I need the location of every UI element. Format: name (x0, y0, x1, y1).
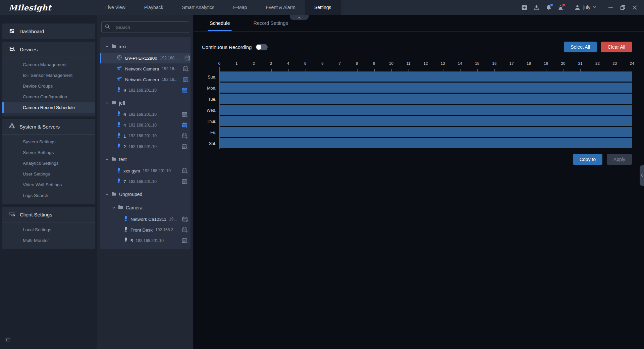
tree-device-2[interactable]: 2192.168.201.10 (100, 141, 191, 152)
sidebar-item-camera-configuration[interactable]: Camera Configuration (2, 92, 95, 102)
chevron-down-icon[interactable] (112, 205, 115, 211)
sidebar-item-device-groups[interactable]: Device Groups (2, 81, 95, 92)
record-schedule-icon[interactable] (182, 179, 188, 185)
tree-device-front-desk[interactable]: Front Desk192.168.2... (100, 225, 191, 235)
tree-device-network-camera[interactable]: Network Camera192.16... (100, 63, 191, 74)
sidebar-item-local-settings[interactable]: Local Settings (2, 225, 95, 235)
record-schedule-icon[interactable] (182, 168, 188, 174)
record-schedule-icon[interactable] (182, 133, 188, 139)
select-all-button[interactable]: Select All (564, 42, 597, 52)
record-schedule-icon[interactable] (182, 216, 188, 222)
record-schedule-icon[interactable] (182, 238, 188, 244)
recording-bar (220, 138, 632, 148)
record-schedule-icon[interactable] (182, 227, 188, 233)
nav-e-map[interactable]: E-Map (224, 0, 256, 15)
download-icon[interactable] (533, 4, 540, 11)
sidebar-item-client-settings[interactable]: Client Settings (2, 207, 95, 222)
sidebar-item-logs-search[interactable]: Logs Search (2, 190, 95, 201)
expand-right-panel-handle[interactable] (640, 165, 644, 186)
schedule-track-thur[interactable] (219, 116, 632, 127)
tree-device-4[interactable]: 4192.168.201.10 (100, 120, 191, 131)
record-schedule-icon[interactable] (182, 87, 188, 93)
tree-device-1[interactable]: 1192.168.201.10 (100, 131, 191, 141)
tree-folder-ungrouped[interactable]: Ungrouped (100, 188, 191, 200)
schedule-track-mon[interactable] (219, 83, 632, 94)
app-window: Milesight Live ViewPlaybackSmart Analyti… (0, 0, 644, 349)
schedule-day-row-tue: Tue. (202, 94, 632, 105)
user-menu[interactable]: july (574, 4, 596, 11)
sidebar-item-system-servers[interactable]: System & Servers (2, 119, 95, 135)
sidebar-item-server-settings[interactable]: Server Settings (2, 147, 95, 158)
chevron-down-icon[interactable] (105, 44, 109, 50)
tab-record-settings[interactable]: Record Settings (245, 15, 296, 31)
tab-schedule[interactable]: Schedule (202, 15, 238, 31)
nav-live-view[interactable]: Live View (96, 0, 135, 15)
record-schedule-icon[interactable] (182, 144, 188, 150)
folder-icon (111, 156, 116, 162)
alarm-icon[interactable] (557, 4, 564, 11)
tree-folder-xixi[interactable]: xixi (100, 41, 191, 53)
sidebar-item-dashboard[interactable]: Dashboard (2, 23, 95, 39)
hour-label: 8 (356, 61, 358, 65)
tree-device-network-camera[interactable]: Network Camera192.16... (100, 74, 191, 85)
tree-device-network-ca12311[interactable]: Network Ca1231119... (100, 214, 191, 225)
schedule-track-tue[interactable] (219, 94, 632, 105)
ptz-camera (117, 66, 122, 72)
tree-device-xxx-gym[interactable]: xxx gym192.168.201.10 (100, 165, 191, 176)
close-button[interactable] (632, 5, 637, 10)
chevron-down-icon[interactable] (105, 191, 109, 197)
tree-folder-camera[interactable]: Camera (100, 202, 191, 214)
schedule-track-sun[interactable] (219, 71, 632, 83)
schedule-day-row-sat: Sat. (202, 138, 632, 149)
device-ip: 192.16... (162, 77, 177, 82)
hour-label: 23 (612, 61, 617, 65)
sidebar-item-camera-management[interactable]: Camera Management (2, 59, 95, 70)
search-input[interactable] (116, 25, 185, 30)
hour-tick (563, 69, 564, 71)
minimize-button[interactable] (608, 5, 613, 10)
sidebar-item-iot-sensor-management[interactable]: IoT Sensor Management (2, 70, 95, 81)
tree-device-7[interactable]: 7192.168.201.10 (100, 176, 191, 187)
tree-folder-jeff[interactable]: jeff (100, 97, 191, 109)
sidebar-item-analytics-settings[interactable]: Analytics Settings (2, 158, 95, 169)
sidebar-item-multi-monitor[interactable]: Multi-Monitor (2, 235, 95, 246)
record-schedule-icon[interactable] (184, 55, 191, 61)
schedule-track-sat[interactable] (219, 138, 632, 149)
record-schedule-icon[interactable] (183, 66, 189, 72)
hour-label: 14 (458, 61, 462, 65)
topbar: Milesight Live ViewPlaybackSmart Analyti… (0, 0, 644, 15)
tree-device-5[interactable]: 5192.168.201.10 (100, 235, 191, 246)
record-schedule-icon[interactable] (182, 122, 188, 128)
collapse-sidebar-icon[interactable] (4, 337, 12, 344)
device-ip: 192.168.201.10 (129, 88, 157, 93)
tree-device-6[interactable]: 6192.168.201.10 (100, 109, 191, 120)
sidebar-item-devices[interactable]: Devices (2, 42, 95, 57)
hour-label: 4 (287, 61, 289, 65)
record-schedule-icon[interactable] (182, 111, 188, 117)
nav-playback[interactable]: Playback (135, 0, 173, 15)
schedule-track-fri[interactable] (219, 127, 632, 138)
nav-event-alarm[interactable]: Event & Alarm (256, 0, 305, 15)
sidebar-item-camera-record-schedule[interactable]: Camera Record Schedule (2, 102, 95, 113)
nav-settings[interactable]: Settings (305, 0, 341, 15)
device-tree-panel: xixiGV-PFER12800192.168....Network Camer… (97, 15, 194, 349)
sidebar-item-video-wall-settings[interactable]: Video Wall Settings (2, 180, 95, 190)
sidebar-item-system-settings[interactable]: System Settings (2, 137, 95, 147)
chevron-down-icon[interactable] (105, 100, 109, 106)
sidebar-item-user-settings[interactable]: User Settings (2, 169, 95, 180)
copy-to-button[interactable]: Copy to (573, 154, 602, 165)
apply-button[interactable]: Apply (607, 154, 632, 165)
record-schedule-icon[interactable] (183, 77, 189, 83)
maximize-button[interactable] (620, 5, 625, 10)
schedule-track-wed[interactable] (219, 105, 632, 116)
notification-icon[interactable] (545, 4, 552, 11)
system-status-icon[interactable] (521, 4, 528, 11)
nav-smart-analytics[interactable]: Smart Analytics (172, 0, 223, 15)
tree-device-gv-pfer12800[interactable]: GV-PFER12800192.168.... (100, 53, 191, 63)
clear-all-button[interactable]: Clear All (601, 42, 632, 52)
tree-device-9[interactable]: 9192.168.201.10 (100, 85, 191, 96)
chevron-down-icon[interactable] (105, 156, 109, 162)
sidebar-group-label: System & Servers (19, 124, 60, 130)
continuous-recording-toggle[interactable] (256, 44, 268, 50)
tree-folder-test[interactable]: test (100, 153, 191, 165)
